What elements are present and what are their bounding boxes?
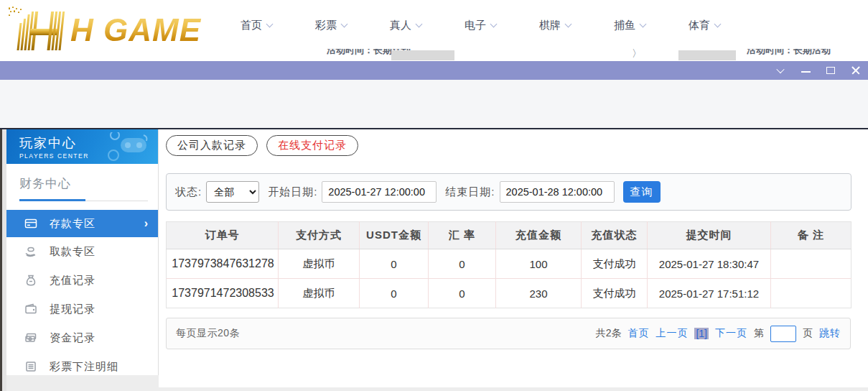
chevron-down-icon <box>490 21 498 28</box>
background-remnant-box <box>391 50 454 60</box>
chevron-down-icon <box>266 21 274 28</box>
payment-records-table: 订单号 支付方式 USDT金额 汇 率 充值金额 充值状态 提交时间 备 注 1… <box>166 221 851 308</box>
nav-label: 电子 <box>465 19 486 32</box>
start-date-label: 开始日期: <box>268 185 317 199</box>
section-divider <box>19 199 148 201</box>
cell-usdt-amount: 0 <box>360 249 429 279</box>
nav-label: 体育 <box>689 19 710 32</box>
cell-submit-time: 2025-01-27 17:51:12 <box>648 279 771 308</box>
cell-order-number: 1737971472308533 <box>167 279 279 308</box>
filter-bar: 状态: 全部 开始日期: 结束日期: 查询 <box>166 173 851 211</box>
col-exchange-rate: 汇 率 <box>429 222 496 249</box>
background-remnant-chevron: 〉 <box>632 49 642 58</box>
nav-item-chess[interactable]: 棋牌 <box>518 19 592 32</box>
pagination-bar: 每页显示20条 共2条 首页 上一页 [1] 下一页 第 页 跳转 <box>166 318 851 349</box>
cell-exchange-rate: 0 <box>429 279 496 308</box>
window-close-button[interactable] <box>851 65 861 75</box>
jump-prefix-label: 第 <box>754 327 764 340</box>
sidebar-item-lottery-bet-detail[interactable]: 彩票下注明细 <box>6 352 158 381</box>
nav-label: 棋牌 <box>539 19 561 32</box>
money-bag-icon <box>24 274 38 287</box>
content-area: 玩家中心 PLAYERS CENTER 财务中心 <box>0 128 868 391</box>
minimize-icon <box>801 71 811 73</box>
chevron-down-icon <box>341 21 348 28</box>
logo[interactable]: H GAME <box>7 4 207 52</box>
sidebar-item-label: 存款专区 <box>50 217 95 231</box>
modal-titlebar[interactable] <box>0 61 868 80</box>
main-panel: 公司入款记录 在线支付记录 状态: 全部 开始日期: 结束日期: 查询 <box>159 129 868 387</box>
players-center-header: 玩家中心 PLAYERS CENTER <box>6 129 158 164</box>
sidebar-item-funds-records[interactable]: 资金记录 <box>6 323 158 352</box>
page-size-text: 每页显示20条 <box>176 327 240 340</box>
sidebar-item-deposit-zone[interactable]: 存款专区 › <box>6 210 158 237</box>
nav-label: 真人 <box>390 19 411 32</box>
start-date-input[interactable] <box>322 181 437 203</box>
page-number-input[interactable] <box>770 326 796 342</box>
status-select[interactable]: 全部 <box>206 181 259 203</box>
nav-item-home[interactable]: 首页 <box>219 19 294 32</box>
window-controls <box>775 61 861 80</box>
jump-suffix-label: 页 <box>803 327 813 340</box>
col-remark: 备 注 <box>771 222 851 249</box>
hand-coin-icon <box>24 245 38 258</box>
sidebar: 玩家中心 PLAYERS CENTER 财务中心 <box>6 129 159 375</box>
logo-text: H GAME <box>70 9 207 52</box>
sidebar-item-label: 取款专区 <box>50 245 95 259</box>
nav-label: 彩票 <box>315 19 337 32</box>
cell-submit-time: 2025-01-27 18:30:47 <box>648 249 771 279</box>
cell-remark <box>771 249 851 279</box>
chevron-down-icon <box>416 21 423 28</box>
cell-recharge-status: 支付成功 <box>582 279 648 308</box>
sidebar-menu: 存款专区 › 取款专区 <box>6 210 158 381</box>
query-button[interactable]: 查询 <box>623 181 661 203</box>
cell-exchange-rate: 0 <box>429 249 496 279</box>
col-recharge-status: 充值状态 <box>582 222 648 249</box>
cell-remark <box>771 279 851 308</box>
cell-order-number: 1737973847631278 <box>167 249 279 279</box>
prev-page-link[interactable]: 上一页 <box>655 327 688 340</box>
nav-item-live[interactable]: 真人 <box>368 19 443 32</box>
wallet-icon <box>24 303 38 316</box>
col-payment-method: 支付方式 <box>279 222 360 249</box>
sidebar-item-label: 提现记录 <box>50 303 95 316</box>
nav-item-electronic[interactable]: 电子 <box>443 19 518 32</box>
tab-online-payment-records[interactable]: 在线支付记录 <box>266 135 358 156</box>
nav-item-fishing[interactable]: 捕鱼 <box>592 19 667 32</box>
nav-item-lottery[interactable]: 彩票 <box>294 19 368 32</box>
chevron-down-icon <box>565 21 572 28</box>
nav-label: 捕鱼 <box>614 19 635 32</box>
first-page-link[interactable]: 首页 <box>627 327 649 340</box>
end-date-label: 结束日期: <box>445 185 495 199</box>
col-submit-time: 提交时间 <box>648 222 771 249</box>
nav-item-sports[interactable]: 体育 <box>667 19 742 32</box>
status-label: 状态: <box>175 185 202 199</box>
sidebar-item-label: 彩票下注明细 <box>50 360 118 374</box>
tab-company-deposit-records[interactable]: 公司入款记录 <box>166 135 258 156</box>
cell-payment-method: 虚拟币 <box>279 279 360 308</box>
chevron-down-icon <box>640 21 647 28</box>
current-page-indicator: [1] <box>694 328 709 339</box>
sidebar-item-withdraw-zone[interactable]: 取款专区 <box>6 237 158 266</box>
finance-section-label: 财务中心 <box>19 175 148 192</box>
chevron-right-icon: › <box>144 217 148 230</box>
table-header-row: 订单号 支付方式 USDT金额 汇 率 充值金额 充值状态 提交时间 备 注 <box>167 222 851 249</box>
col-recharge-amount: 充值金额 <box>496 222 582 249</box>
gamepad-icon <box>101 132 152 162</box>
window-maximize-button[interactable] <box>826 65 836 75</box>
cell-payment-method: 虚拟币 <box>279 249 360 279</box>
page: H GAME 首页 彩票 真人 电子 棋牌 <box>0 0 868 391</box>
window-minimize-button[interactable] <box>801 65 811 75</box>
next-page-link[interactable]: 下一页 <box>715 327 747 340</box>
list-document-icon <box>24 360 38 373</box>
sidebar-item-recharge-records[interactable]: 充值记录 <box>6 266 158 295</box>
jump-button[interactable]: 跳转 <box>819 327 841 340</box>
window-left-edge <box>0 129 6 391</box>
close-icon <box>851 65 861 75</box>
sidebar-item-withdrawal-records[interactable]: 提现记录 <box>6 295 158 323</box>
end-date-input[interactable] <box>500 181 615 203</box>
cell-recharge-status: 支付成功 <box>582 249 648 279</box>
main-nav: 首页 彩票 真人 电子 棋牌 捕鱼 <box>219 19 742 32</box>
window-collapse-button[interactable] <box>775 65 785 75</box>
col-usdt-amount: USDT金额 <box>360 222 429 249</box>
record-tabs: 公司入款记录 在线支付记录 <box>166 135 851 156</box>
